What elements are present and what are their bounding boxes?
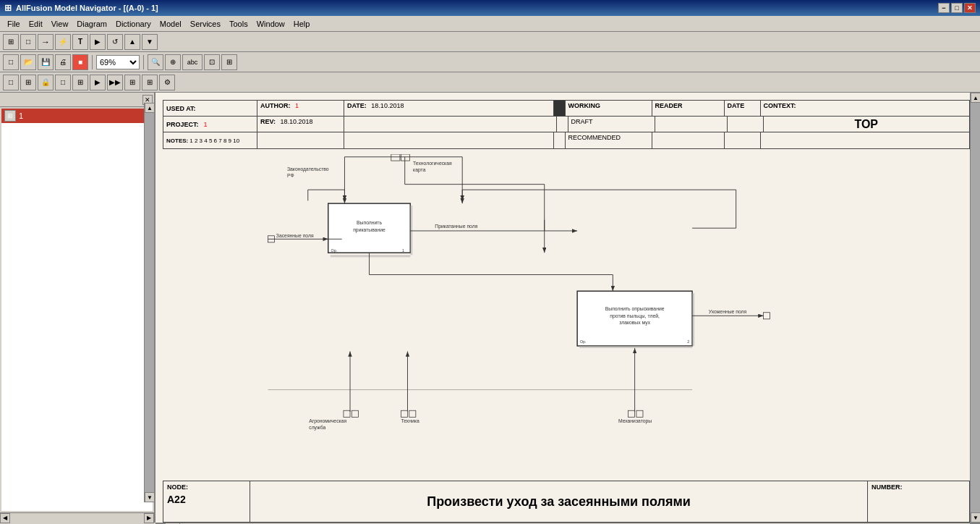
number-label: NUMBER:	[872, 483, 966, 491]
menu-services[interactable]: Services	[186, 18, 225, 30]
date-val-cell	[728, 117, 764, 132]
scroll-left-arrow[interactable]: ◀	[0, 513, 10, 523]
svg-rect-32	[636, 410, 643, 417]
tree-area: ⊞ 1	[1, 109, 153, 511]
tb-sep1	[92, 55, 93, 69]
tb-print[interactable]: 🖨	[55, 54, 71, 70]
tb-abc[interactable]: abc	[182, 54, 203, 70]
diagram-area: USED AT: AUTHOR: 1 DATE: 18.10.2018 WORK…	[155, 93, 980, 523]
svg-rect-28	[401, 410, 407, 417]
tree-item[interactable]: ⊞ 1	[1, 109, 153, 123]
date-value: 18.10.2018	[371, 102, 404, 109]
idef-header: USED AT: AUTHOR: 1 DATE: 18.10.2018 WORK…	[163, 100, 970, 149]
tb3-2[interactable]: ⊞	[20, 75, 36, 90]
context-value-cell: TOP	[764, 117, 970, 132]
draft-cell: DRAFT	[568, 117, 655, 132]
tb3-grid[interactable]: ⊞	[142, 75, 158, 90]
date-cell: DATE: 18.10.2018	[344, 101, 554, 116]
tb-diagram[interactable]: ⊞	[221, 54, 237, 70]
tb-select[interactable]: ⊞	[3, 34, 19, 50]
left-vscroll-up[interactable]: ▲	[145, 103, 155, 113]
tb3-8[interactable]: ⊞	[124, 75, 140, 90]
label-ukoz: Ухоженные поля	[709, 309, 747, 314]
status-spacer	[557, 117, 568, 132]
close-button[interactable]: ✕	[964, 3, 976, 13]
right-vscroll-up[interactable]: ▲	[971, 93, 980, 103]
menu-model[interactable]: Model	[155, 18, 186, 30]
minimize-button[interactable]: −	[938, 3, 950, 13]
tb-new[interactable]: □	[3, 54, 19, 70]
working-cell: WORKING	[566, 101, 652, 116]
context-row3	[761, 132, 970, 148]
title-text: Произвести уход за засеянными полями	[427, 494, 691, 510]
menubar: File Edit View Diagram Dictionary Model …	[0, 16, 980, 32]
left-panel-vscroll[interactable]: ▲ ▼	[144, 103, 154, 502]
tb3-6[interactable]: ▶	[90, 75, 106, 90]
rev-cell: REV: 18.10.2018	[257, 117, 344, 132]
tb3-5[interactable]: ⊞	[72, 75, 88, 90]
tb-save[interactable]: 💾	[38, 54, 54, 70]
reader-label: READER	[655, 102, 683, 109]
svg-rect-7	[401, 154, 409, 161]
box1-text2: прикатывание	[353, 227, 385, 233]
box2-rect[interactable]	[577, 291, 692, 346]
menu-diagram[interactable]: Diagram	[72, 18, 111, 30]
maximize-button[interactable]: □	[951, 3, 963, 13]
titlebar-left: ⊞ AllFusion Model Navigator - [(A-0) - 1…	[4, 3, 158, 13]
tb3-lock[interactable]: 🔒	[38, 75, 54, 90]
tb3-settings[interactable]: ⚙	[159, 75, 175, 90]
left-panel: ✕ ⊞ 1 ◀ ▶	[0, 93, 155, 523]
left-vscroll-track	[145, 113, 154, 492]
notes-label: NOTES:	[166, 138, 188, 144]
tb-play[interactable]: ▶	[90, 34, 106, 50]
reader-val-cell	[655, 117, 728, 132]
tb-rect[interactable]: □	[20, 34, 36, 50]
box2-text2: против пыльцы, тлей,	[610, 313, 660, 319]
date-row3	[725, 132, 761, 148]
menu-window[interactable]: Window	[252, 18, 289, 30]
right-vscroll-down[interactable]: ▼	[971, 512, 980, 523]
draft-label: DRAFT	[571, 118, 593, 125]
menu-view[interactable]: View	[47, 18, 73, 30]
status-color-1	[554, 101, 566, 116]
tb-undo[interactable]: ↺	[107, 34, 123, 50]
label-tech2: карта	[413, 167, 426, 173]
right-scrollbar[interactable]: ▲ ▼	[970, 93, 980, 523]
project-cell: PROJECT: 1	[163, 117, 257, 132]
node-value: A22	[167, 494, 246, 505]
tb-zoom-fit[interactable]: ⊕	[165, 54, 181, 70]
box1-op: Op.	[331, 248, 338, 253]
context-value: TOP	[854, 118, 878, 131]
left-hscroll[interactable]: ◀ ▶	[0, 512, 154, 523]
tb-up[interactable]: ▲	[124, 34, 140, 50]
tb3-4[interactable]: □	[55, 75, 71, 90]
tb-open[interactable]: 📂	[20, 54, 36, 70]
tb3-1[interactable]: □	[3, 75, 19, 90]
box2-text1: Выполнить опрыскивание	[605, 306, 665, 312]
tb-down[interactable]: ▼	[142, 34, 158, 50]
menu-help[interactable]: Help	[289, 18, 315, 30]
menu-file[interactable]: File	[3, 18, 25, 30]
tb-lightning[interactable]: ⚡	[55, 34, 71, 50]
recommended-label: RECOMMENDED	[568, 134, 621, 141]
tb-zoom-in[interactable]: 🔍	[148, 54, 163, 70]
tb-text[interactable]: T	[72, 34, 88, 50]
box2-num: 2	[687, 339, 689, 344]
tb-grid[interactable]: ⊡	[204, 54, 220, 70]
left-vscroll-down[interactable]: ▼	[145, 492, 155, 502]
svg-rect-21	[692, 293, 694, 346]
tb3-7[interactable]: ▶▶	[107, 75, 123, 90]
menu-dictionary[interactable]: Dictionary	[111, 18, 155, 30]
right-vscroll-track	[971, 103, 980, 512]
scroll-right-arrow[interactable]: ▶	[144, 513, 154, 523]
reader-row3	[652, 132, 725, 148]
project-label: PROJECT:	[166, 121, 199, 128]
label-prikat: Прикатанные поля	[435, 224, 477, 229]
zoom-select[interactable]: 69% 100% 50%	[96, 55, 140, 69]
menu-edit[interactable]: Edit	[25, 18, 47, 30]
notes-spacer2	[344, 132, 554, 148]
label-tech3: Техника	[401, 418, 419, 423]
tb-arrow[interactable]: →	[38, 34, 54, 50]
menu-tools[interactable]: Tools	[225, 18, 252, 30]
tb-color[interactable]: ■	[72, 54, 88, 70]
